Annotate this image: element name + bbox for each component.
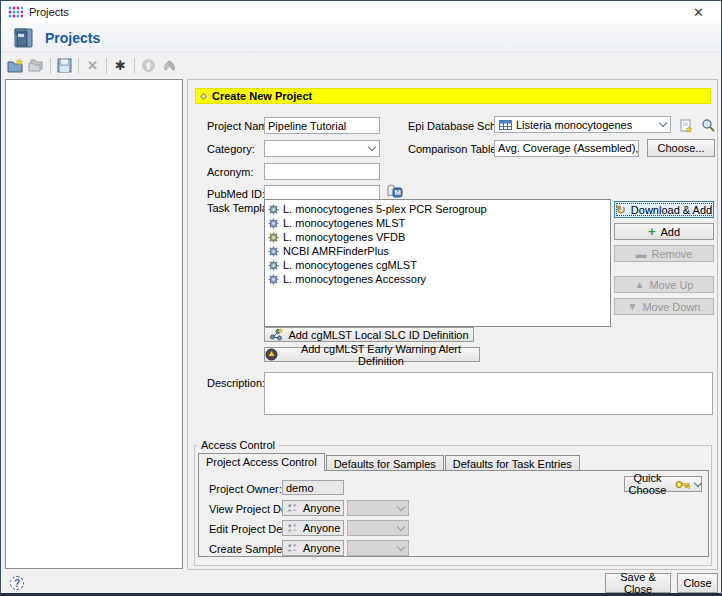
task-template-label: L. monocytogenes VFDB (283, 231, 405, 243)
projects-window: Projects ✕ Projects (0, 0, 722, 596)
project-owner-label: Project Owner: (209, 483, 282, 495)
access-control-legend: Access Control (197, 439, 279, 451)
view-scheme-icon[interactable] (701, 118, 715, 132)
toolbar-separator (78, 58, 79, 74)
description-label: Description: (207, 377, 265, 389)
remove-button[interactable]: ▬ Remove (614, 245, 714, 262)
window-title: Projects (29, 6, 69, 18)
duplicate-project-icon[interactable] (26, 56, 47, 76)
cluster-star-icon (269, 328, 283, 341)
gear-icon (268, 274, 279, 285)
gear-icon (268, 204, 279, 215)
task-template-label: NCBI AMRFinderPlus (283, 245, 389, 257)
move-up-button[interactable]: ▲ Move Up (614, 276, 714, 293)
download-sync-icon: ↻ (616, 205, 626, 215)
task-template-label: L. monocytogenes Accessory (283, 273, 426, 285)
save-icon[interactable] (54, 56, 75, 76)
choose-fields-button[interactable]: Choose... (647, 139, 715, 157)
edit-project-definition-select[interactable]: Anyone (282, 520, 344, 536)
category-select[interactable] (264, 140, 380, 157)
view-project-definition-secondary-select[interactable] (347, 500, 409, 516)
plus-icon: + (648, 227, 656, 237)
save-and-close-button[interactable]: Save & Close (605, 573, 671, 593)
create-sample-label: Create Sample: (209, 543, 285, 555)
project-list[interactable] (5, 79, 183, 569)
create-sample-select[interactable]: Anyone (282, 540, 344, 556)
diamond-icon (200, 92, 207, 99)
gear-icon (268, 260, 279, 271)
laurel-icon[interactable] (159, 56, 180, 76)
add-button[interactable]: + Add (614, 223, 714, 240)
move-down-button[interactable]: ▼ Move Down (614, 298, 714, 315)
svg-text:M: M (394, 188, 400, 197)
toolbar-separator (134, 58, 135, 74)
gear-icon (268, 246, 279, 257)
people-icon (286, 543, 299, 553)
epi-database-scheme-select[interactable]: Listeria monocytogenes (494, 116, 671, 133)
project-access-control-panel: Quick Choose Project Owner: demo (198, 470, 709, 557)
toolbar: ✕ ✱ (1, 54, 721, 77)
tab-defaults-for-task-entries[interactable]: Defaults for Task Entries (445, 455, 580, 471)
gear-icon (268, 218, 279, 229)
chevron-down-icon (368, 143, 376, 151)
new-project-icon[interactable] (5, 56, 26, 76)
page-title: Projects (45, 23, 100, 53)
pubmed-lookup-icon[interactable]: M (386, 184, 403, 199)
close-button[interactable]: Close (677, 573, 718, 593)
people-icon (286, 523, 299, 533)
task-template-item[interactable]: L. monocytogenes cgMLST (265, 258, 610, 272)
edit-scheme-icon[interactable] (679, 118, 693, 133)
task-template-item[interactable]: L. monocytogenes Accessory (265, 272, 610, 286)
minus-icon: ▬ (636, 248, 647, 260)
app-icon (8, 6, 23, 18)
create-new-project-banner: Create New Project (195, 88, 711, 104)
close-window-button[interactable]: ✕ (676, 1, 721, 23)
chevron-down-icon (397, 522, 405, 530)
view-project-definition-select[interactable]: Anyone (282, 500, 344, 516)
publish-icon[interactable] (138, 56, 159, 76)
task-template-item[interactable]: NCBI AMRFinderPlus (265, 244, 610, 258)
project-folder-icon (11, 26, 36, 50)
key-icon (675, 480, 690, 489)
access-control-tabs: Project Access Control Defaults for Samp… (198, 453, 581, 471)
access-control-group: Access Control Project Access Control De… (194, 445, 712, 566)
quick-choose-button[interactable]: Quick Choose (624, 476, 702, 492)
scheme-table-icon (499, 120, 512, 130)
project-owner-value: demo (282, 480, 344, 495)
project-name-input[interactable] (264, 117, 380, 134)
download-and-add-button[interactable]: ↻ Download & Add (614, 201, 714, 218)
task-templates-list[interactable]: L. monocytogenes 5-plex PCR Serogroup L.… (264, 199, 611, 327)
chevron-down-icon (694, 479, 702, 487)
add-cgmlst-early-warning-button[interactable]: Add cgMLST Early Warning Alert Definitio… (264, 347, 480, 362)
toolbar-separator (50, 58, 51, 74)
spider-icon[interactable]: ✱ (110, 56, 131, 76)
tab-defaults-for-samples[interactable]: Defaults for Samples (326, 455, 444, 471)
arrow-up-icon: ▲ (635, 279, 645, 290)
create-sample-secondary-select[interactable] (347, 540, 409, 556)
dialog-header: Projects (1, 23, 721, 53)
description-textarea[interactable] (264, 372, 713, 415)
delete-icon[interactable]: ✕ (82, 56, 103, 76)
comparison-table-fields-value: Avg. Coverage (Assembled), Approximate (494, 140, 639, 157)
help-icon[interactable]: ? (10, 576, 24, 590)
pubmed-id-label: PubMed ID: (207, 188, 265, 200)
alert-globe-icon (265, 348, 278, 361)
acronym-input[interactable] (264, 163, 380, 180)
task-template-item[interactable]: L. monocytogenes 5-plex PCR Serogroup (265, 202, 610, 216)
gear-icon (268, 232, 279, 243)
banner-label: Create New Project (212, 90, 312, 102)
acronym-label: Acronym: (207, 166, 253, 178)
tab-project-access-control[interactable]: Project Access Control (198, 453, 325, 471)
people-icon (286, 503, 299, 513)
arrow-down-icon: ▼ (628, 301, 638, 312)
task-template-label: L. monocytogenes MLST (283, 217, 405, 229)
task-template-item[interactable]: L. monocytogenes MLST (265, 216, 610, 230)
task-template-item[interactable]: L. monocytogenes VFDB (265, 230, 610, 244)
epi-database-scheme-value: Listeria monocytogenes (516, 119, 632, 131)
task-template-label: L. monocytogenes 5-plex PCR Serogroup (283, 203, 487, 215)
toolbar-separator (106, 58, 107, 74)
chevron-down-icon (659, 119, 667, 127)
add-cgmlst-local-slc-button[interactable]: Add cgMLST Local SLC ID Definition (264, 327, 474, 342)
edit-project-definition-secondary-select[interactable] (347, 520, 409, 536)
chevron-down-icon (397, 502, 405, 510)
